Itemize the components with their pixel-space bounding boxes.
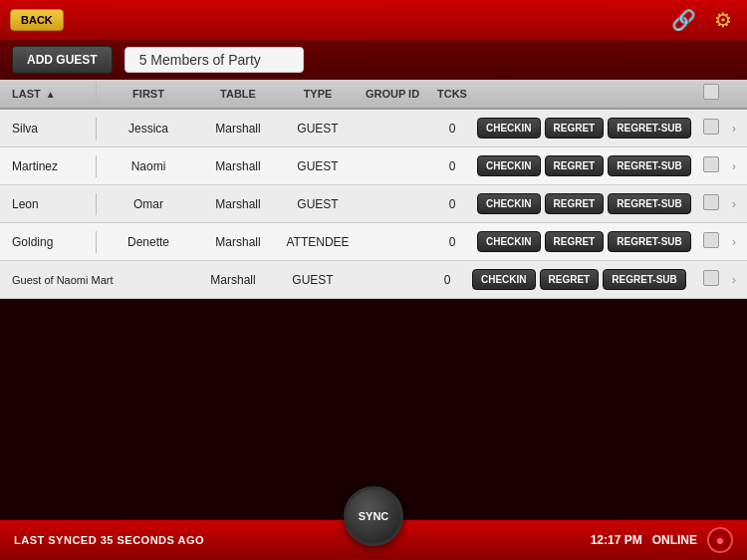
cell-arrow-0[interactable]: › (725, 121, 743, 136)
cell-first-1: Naomi (99, 159, 198, 173)
row-checkbox-4[interactable] (703, 270, 719, 286)
cell-first-0: Jessica (99, 122, 198, 136)
cell-actions-3: CHECKIN REGRET REGRET-SUB (477, 231, 697, 252)
checkin-btn-2[interactable]: CHECKIN (477, 193, 541, 214)
cell-check-2 (697, 194, 725, 213)
cell-arrow-4[interactable]: › (725, 272, 743, 287)
table-row: Guest of Naomi Mart Marshall GUEST 0 CHE… (0, 261, 747, 299)
col-header-type: TYPE (278, 88, 358, 100)
add-guest-button[interactable]: ADD GUEST (12, 46, 113, 74)
top-icons: 🔗 ⚙ (669, 6, 737, 34)
cell-table-4: Marshall (193, 273, 273, 287)
cell-type-3: ATTENDEE (278, 235, 358, 249)
regret-btn-0[interactable]: REGRET (545, 118, 605, 139)
online-button[interactable]: ● (707, 527, 733, 553)
regret-btn-2[interactable]: REGRET (545, 193, 605, 214)
regret-btn-3[interactable]: REGRET (545, 231, 605, 252)
cell-actions-4: CHECKIN REGRET REGRET-SUB (472, 269, 697, 290)
cell-arrow-2[interactable]: › (725, 196, 743, 211)
checkin-btn-4[interactable]: CHECKIN (472, 269, 536, 290)
cell-arrow-3[interactable]: › (725, 234, 743, 249)
cell-type-1: GUEST (278, 159, 358, 173)
row-checkbox-3[interactable] (703, 232, 719, 248)
row-checkbox-2[interactable] (703, 194, 719, 210)
regret-sub-btn-4[interactable]: REGRET-SUB (603, 269, 686, 290)
sync-button-wrapper: SYNC (344, 486, 403, 546)
checkin-btn-0[interactable]: CHECKIN (477, 118, 541, 139)
divider (96, 83, 97, 105)
col-header-last: LAST ▲ (4, 88, 94, 100)
cell-last-2: Leon (4, 197, 94, 211)
cell-check-4 (697, 270, 725, 289)
divider (96, 118, 97, 140)
row-checkbox-1[interactable] (703, 156, 719, 172)
cell-table-0: Marshall (198, 122, 278, 136)
cell-check-3 (697, 232, 725, 251)
cell-actions-0: CHECKIN REGRET REGRET-SUB (477, 118, 697, 139)
checkin-btn-3[interactable]: CHECKIN (477, 231, 541, 252)
regret-btn-1[interactable]: REGRET (545, 155, 605, 176)
col-header-groupid: GROUP ID (358, 88, 427, 100)
party-label: 5 Members of Party (124, 47, 304, 73)
cell-check-0 (697, 119, 725, 138)
divider (96, 231, 97, 253)
toolbar: ADD GUEST 5 Members of Party (0, 40, 747, 80)
time-online: 12:17 PM ONLINE ● (591, 527, 733, 553)
divider (96, 193, 97, 215)
sync-button[interactable]: SYNC (344, 486, 403, 546)
sort-arrow-last: ▲ (46, 89, 56, 100)
cell-type-4: GUEST (273, 273, 353, 287)
cell-tcks-1: 0 (427, 159, 477, 173)
cell-table-3: Marshall (198, 235, 278, 249)
cell-tcks-2: 0 (427, 197, 477, 211)
checkin-btn-1[interactable]: CHECKIN (477, 155, 541, 176)
col-header-first: FIRST (99, 88, 198, 100)
col-header-tcks: TCKS (427, 88, 477, 100)
cell-type-2: GUEST (278, 197, 358, 211)
table-row: Silva Jessica Marshall GUEST 0 CHECKIN R… (0, 110, 747, 147)
table-area: LAST ▲ FIRST TABLE TYPE GROUP ID TCKS Si… (0, 80, 747, 299)
select-all-checkbox[interactable] (703, 84, 719, 100)
cell-type-0: GUEST (278, 122, 358, 136)
cell-last-4: Guest of Naomi Mart (4, 274, 193, 286)
cell-actions-1: CHECKIN REGRET REGRET-SUB (477, 155, 697, 176)
table-row: Leon Omar Marshall GUEST 0 CHECKIN REGRE… (0, 185, 747, 223)
cell-last-1: Martinez (4, 159, 94, 173)
regret-sub-btn-1[interactable]: REGRET-SUB (608, 155, 691, 176)
cell-last-3: Golding (4, 235, 94, 249)
cell-first-2: Omar (99, 197, 198, 211)
online-status: ONLINE (652, 533, 697, 547)
col-header-check (697, 84, 725, 104)
regret-sub-btn-0[interactable]: REGRET-SUB (608, 118, 691, 139)
cell-last-0: Silva (4, 122, 94, 136)
cell-actions-2: CHECKIN REGRET REGRET-SUB (477, 193, 697, 214)
cell-tcks-4: 0 (422, 273, 472, 287)
time-display: 12:17 PM (591, 533, 642, 547)
table-header: LAST ▲ FIRST TABLE TYPE GROUP ID TCKS (0, 80, 747, 110)
regret-btn-4[interactable]: REGRET (540, 269, 600, 290)
cell-table-2: Marshall (198, 197, 278, 211)
regret-sub-btn-2[interactable]: REGRET-SUB (608, 193, 691, 214)
table-row: Golding Denette Marshall ATTENDEE 0 CHEC… (0, 223, 747, 261)
divider (96, 155, 97, 177)
cell-table-1: Marshall (198, 159, 278, 173)
top-bar: BACK 🔗 ⚙ (0, 0, 747, 40)
table-row: Martinez Naomi Marshall GUEST 0 CHECKIN … (0, 147, 747, 185)
sync-status: LAST SYNCED 35 SECONDS AGO (14, 534, 204, 546)
cell-arrow-1[interactable]: › (725, 158, 743, 173)
row-checkbox-0[interactable] (703, 119, 719, 135)
link-icon[interactable]: 🔗 (669, 6, 697, 34)
cell-first-3: Denette (99, 235, 198, 249)
col-header-table: TABLE (198, 88, 278, 100)
cell-check-1 (697, 156, 725, 175)
cell-tcks-3: 0 (427, 235, 477, 249)
gear-icon[interactable]: ⚙ (709, 6, 737, 34)
regret-sub-btn-3[interactable]: REGRET-SUB (608, 231, 691, 252)
back-button[interactable]: BACK (10, 9, 64, 31)
cell-tcks-0: 0 (427, 122, 477, 136)
